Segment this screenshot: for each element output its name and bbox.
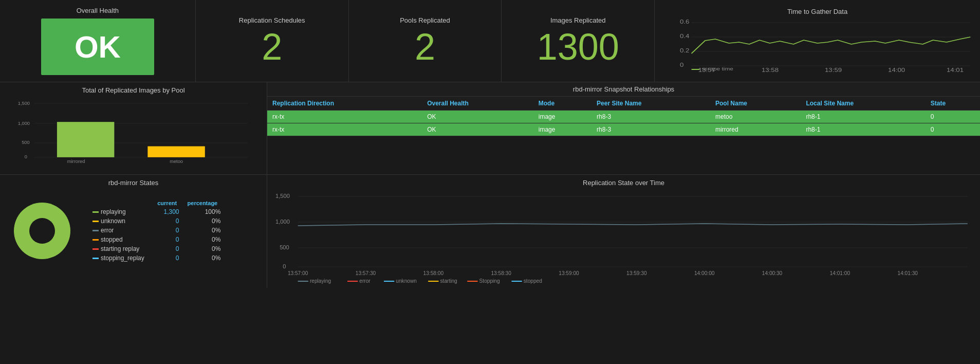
svg-text:stopped: stopped bbox=[524, 278, 542, 284]
pie-chart-box: rbd-mirror States current percentage bbox=[0, 175, 267, 288]
bar-chart-title: Total of Replicated Images by Pool bbox=[6, 86, 261, 94]
images-replicated-value: 1300 bbox=[537, 28, 619, 65]
svg-text:14:00: 14:00 bbox=[888, 67, 905, 73]
svg-text:1,000: 1,000 bbox=[18, 121, 30, 126]
svg-rect-13 bbox=[692, 69, 700, 70]
svg-text:1,500: 1,500 bbox=[275, 193, 290, 199]
svg-text:13:59: 13:59 bbox=[825, 67, 842, 73]
col-replication-direction: Replication Direction bbox=[267, 97, 422, 111]
svg-rect-24 bbox=[147, 147, 205, 157]
pie-legend: current percentage replaying1,300100%unk… bbox=[78, 199, 214, 263]
svg-text:0: 0 bbox=[283, 263, 286, 269]
overall-health-box: Overall Health OK bbox=[0, 0, 196, 82]
svg-text:unknown: unknown bbox=[396, 278, 417, 284]
table-row: rx-txOKimagerh8-3metoorh8-10 bbox=[267, 111, 980, 123]
svg-text:0: 0 bbox=[25, 154, 27, 159]
state-chart-box: Replication State over Time 1,500 1,000 … bbox=[267, 175, 980, 288]
svg-text:replaying: replaying bbox=[310, 278, 331, 284]
replication-schedules-title: Replication Schedules bbox=[239, 16, 305, 24]
col-local-site-name: Local Site Name bbox=[801, 97, 925, 111]
images-replicated-box: Images Replicated 1300 bbox=[502, 0, 655, 82]
time-gather-box: Time to Gather Data 0.6 0.4 0.2 0 13:57 … bbox=[655, 0, 980, 82]
images-replicated-title: Images Replicated bbox=[550, 16, 606, 24]
svg-text:13:58:00: 13:58:00 bbox=[423, 270, 444, 276]
svg-text:metoo: metoo bbox=[170, 159, 183, 163]
legend-header: current percentage bbox=[88, 199, 225, 207]
table-header-row: Replication Direction Overall Health Mod… bbox=[267, 97, 980, 111]
table-row: rx-txOKimagerh8-3mirroredrh8-10 bbox=[267, 123, 980, 136]
svg-text:0: 0 bbox=[680, 62, 684, 68]
svg-text:14:01:00: 14:01:00 bbox=[830, 270, 850, 276]
svg-text:1,000: 1,000 bbox=[275, 219, 290, 225]
pie-content: current percentage replaying1,300100%unk… bbox=[6, 190, 261, 272]
svg-text:13:59:30: 13:59:30 bbox=[626, 270, 647, 276]
snapshot-table: Replication Direction Overall Health Mod… bbox=[267, 97, 980, 136]
svg-text:scrape time: scrape time bbox=[702, 66, 734, 71]
legend-col-percentage: percentage bbox=[183, 199, 225, 207]
col-state: State bbox=[926, 97, 980, 111]
time-gather-title: Time to Gather Data bbox=[787, 8, 847, 15]
svg-text:14:00:00: 14:00:00 bbox=[694, 270, 715, 276]
svg-text:mirrored: mirrored bbox=[67, 159, 85, 163]
replication-schedules-box: Replication Schedules 2 bbox=[196, 0, 349, 82]
svg-text:0.2: 0.2 bbox=[680, 48, 689, 53]
legend-item: stopped00% bbox=[88, 235, 225, 244]
svg-text:starting: starting bbox=[440, 278, 457, 284]
bar-chart-inner: 1,500 1,000 500 0 mirrored metoo bbox=[6, 96, 261, 163]
pools-replicated-value: 2 bbox=[415, 28, 435, 65]
mid-row: Total of Replicated Images by Pool 1,500… bbox=[0, 82, 980, 175]
col-mode: Mode bbox=[533, 97, 591, 111]
legend-item: replaying1,300100% bbox=[88, 207, 225, 216]
svg-text:14:01:30: 14:01:30 bbox=[898, 270, 918, 276]
legend-col-current: current bbox=[153, 199, 183, 207]
bar-chart-box: Total of Replicated Images by Pool 1,500… bbox=[0, 82, 267, 174]
bot-row: rbd-mirror States current percentage bbox=[0, 175, 980, 288]
legend-item: starting replay00% bbox=[88, 244, 225, 253]
svg-text:14:01: 14:01 bbox=[947, 67, 964, 73]
top-row: Overall Health OK Replication Schedules … bbox=[0, 0, 980, 82]
svg-text:500: 500 bbox=[280, 244, 289, 250]
svg-text:1,500: 1,500 bbox=[18, 101, 30, 106]
snapshot-table-title: rbd-mirror Snapshot Relationships bbox=[267, 82, 980, 97]
state-chart-title: Replication State over Time bbox=[274, 179, 973, 187]
svg-point-28 bbox=[29, 218, 55, 244]
svg-text:13:59:00: 13:59:00 bbox=[559, 270, 579, 276]
svg-text:14:00:30: 14:00:30 bbox=[762, 270, 783, 276]
svg-text:error: error bbox=[359, 278, 371, 284]
pie-svg bbox=[6, 195, 78, 267]
legend-table: current percentage replaying1,300100%unk… bbox=[88, 199, 225, 263]
svg-text:13:58: 13:58 bbox=[762, 67, 779, 73]
svg-text:500: 500 bbox=[22, 140, 29, 145]
pools-replicated-box: Pools Replicated 2 bbox=[349, 0, 502, 82]
svg-text:13:58:30: 13:58:30 bbox=[491, 270, 511, 276]
legend-item: stopping_replay00% bbox=[88, 253, 225, 263]
svg-text:13:57:30: 13:57:30 bbox=[356, 270, 376, 276]
state-chart-svg: 1,500 1,000 500 0 13:57:00 13:57:30 13:5… bbox=[274, 189, 973, 284]
svg-text:13:57:00: 13:57:00 bbox=[288, 270, 308, 276]
col-pool-name: Pool Name bbox=[710, 97, 801, 111]
time-gather-chart: 0.6 0.4 0.2 0 13:57 13:58 13:59 14:00 14… bbox=[661, 17, 974, 74]
legend-item: error00% bbox=[88, 226, 225, 235]
pie-chart-title: rbd-mirror States bbox=[6, 179, 261, 187]
legend-item: unknown00% bbox=[88, 216, 225, 226]
svg-text:Stopping: Stopping bbox=[479, 278, 500, 284]
pools-replicated-title: Pools Replicated bbox=[400, 16, 450, 24]
svg-rect-23 bbox=[57, 122, 114, 157]
svg-text:0.4: 0.4 bbox=[680, 33, 690, 39]
replication-schedules-value: 2 bbox=[262, 28, 282, 65]
col-peer-site-name: Peer Site Name bbox=[591, 97, 710, 111]
snapshot-table-box: rbd-mirror Snapshot Relationships Replic… bbox=[267, 82, 980, 174]
svg-text:0.6: 0.6 bbox=[680, 19, 689, 25]
overall-health-title: Overall Health bbox=[77, 7, 119, 14]
col-overall-health: Overall Health bbox=[422, 97, 533, 111]
overall-health-value: OK bbox=[41, 19, 154, 75]
